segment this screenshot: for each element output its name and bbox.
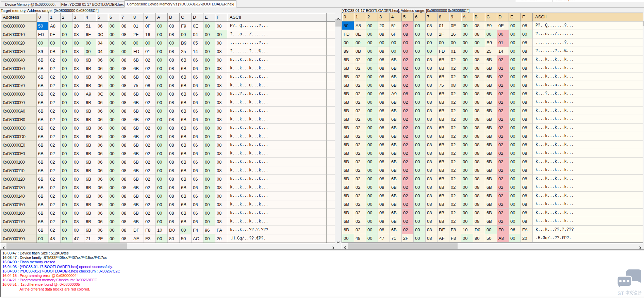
svg-text:ST: ST xyxy=(617,290,624,296)
